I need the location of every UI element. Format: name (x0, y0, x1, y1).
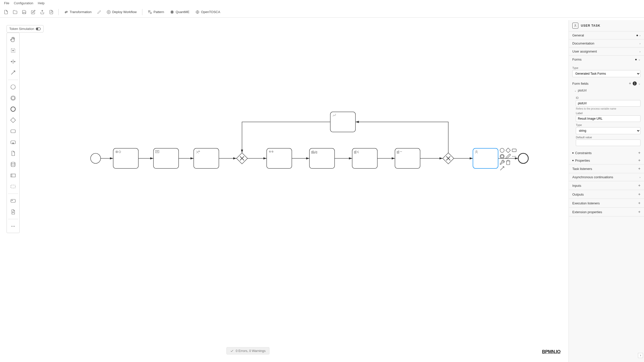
deploy-workflow-button[interactable]: Deploy Workflow (105, 9, 139, 15)
add-constraint[interactable]: + (638, 151, 640, 155)
properties-panel: USER TASK General › Documentation › User… (569, 20, 644, 362)
new-file-button[interactable] (3, 9, 10, 16)
context-pad (499, 148, 517, 171)
group-general[interactable]: General › (569, 31, 644, 39)
bpmn-logo[interactable]: BPMN.IO (542, 349, 560, 354)
upload-button[interactable] (39, 9, 46, 16)
svg-point-71 (501, 155, 504, 158)
status-bar[interactable]: 0 Errors, 0 Warnings (226, 347, 269, 354)
open-file-button[interactable] (12, 9, 19, 16)
panel-collapse-handle[interactable] (638, 353, 643, 358)
exec-listeners-label: Execution listeners (572, 201, 600, 205)
group-ext-props[interactable]: Extension properties + (569, 208, 644, 216)
forms-type-select[interactable]: Generated Task Forms (572, 70, 640, 77)
toolbar-separator (58, 9, 59, 15)
task-2[interactable] (153, 148, 179, 168)
group-user-assignment[interactable]: User assignment › (569, 48, 644, 56)
append-task[interactable] (511, 148, 517, 153)
append-gateway[interactable] (505, 148, 511, 153)
async-label: Asynchronous continuations (572, 175, 613, 179)
user-task-icon (572, 23, 578, 29)
id-input[interactable] (576, 100, 640, 107)
add-exec-listener[interactable]: + (638, 201, 640, 205)
default-input[interactable] (576, 140, 640, 146)
export-button[interactable] (48, 9, 55, 16)
transformation-config-button[interactable] (96, 9, 103, 16)
task-listeners-label: Task listeners (572, 167, 592, 171)
transformation-label: Transformation (70, 10, 92, 14)
group-outputs[interactable]: Outputs + (569, 190, 644, 199)
opentosca-button[interactable]: OpenTOSCA (193, 9, 222, 15)
form-field-item[interactable]: ⌄ plotUrl (569, 88, 644, 93)
field-props-label: Properties (575, 159, 590, 162)
menu-help[interactable]: Help (36, 0, 47, 6)
add-form-field[interactable]: + (629, 81, 631, 86)
pattern-label: Pattern (153, 10, 164, 14)
svg-point-76 (575, 24, 576, 26)
task-1[interactable] (113, 148, 138, 168)
toolbar: Transformation Deploy Workflow Pattern Q… (0, 7, 644, 18)
delete[interactable] (505, 160, 511, 165)
append-event[interactable] (499, 148, 505, 153)
task-6[interactable] (352, 148, 377, 168)
connect[interactable] (499, 166, 505, 171)
svg-point-6 (172, 12, 173, 12)
id-hint: Refers to the process variable name (576, 107, 640, 110)
general-label: General (572, 33, 584, 37)
more-actions[interactable] (511, 154, 517, 159)
append-intermediate[interactable] (499, 154, 505, 159)
menu-configuration[interactable]: Configuration (12, 0, 35, 6)
group-exec-listeners[interactable]: Execution listeners + (569, 199, 644, 208)
opentosca-label: OpenTOSCA (201, 10, 220, 14)
add-task-listener[interactable]: + (638, 166, 640, 171)
task-4[interactable] (267, 148, 292, 168)
transformation-icon (64, 10, 68, 14)
inputs-label: Inputs (572, 184, 581, 188)
svg-point-72 (512, 156, 513, 157)
edit-button[interactable] (30, 9, 37, 16)
svg-rect-4 (148, 11, 150, 12)
quantme-button[interactable]: QuantME (168, 9, 191, 15)
add-property[interactable]: + (638, 158, 640, 163)
canvas[interactable] (0, 18, 569, 362)
forms-header[interactable]: Forms ⌄ (569, 56, 644, 63)
change-type[interactable] (499, 160, 505, 165)
task-5[interactable] (309, 148, 335, 168)
task-3[interactable] (194, 148, 219, 168)
pattern-button[interactable]: Pattern (146, 9, 166, 15)
label-input[interactable] (576, 115, 640, 122)
field-type-select[interactable]: string (576, 127, 640, 134)
group-task-listeners[interactable]: Task listeners + (569, 164, 644, 173)
loop-task[interactable] (330, 112, 355, 132)
start-event[interactable] (91, 153, 101, 163)
status-text: 0 Errors, 0 Warnings (236, 349, 266, 353)
properties-title: USER TASK (581, 24, 600, 27)
save-button[interactable] (21, 9, 28, 16)
add-output[interactable]: + (638, 192, 640, 197)
annotation[interactable] (505, 154, 511, 159)
form-fields-header[interactable]: Form fields + 1 ⌄ (569, 80, 644, 88)
svg-point-3 (108, 12, 109, 13)
task-7[interactable] (395, 148, 420, 168)
forms-label: Forms (572, 58, 582, 61)
indicator-dot (572, 152, 574, 154)
add-ext-prop[interactable]: + (638, 210, 640, 214)
toolbar-separator (142, 9, 142, 15)
quantme-icon (170, 10, 174, 14)
indicator-dot (635, 59, 637, 60)
svg-line-75 (500, 167, 504, 170)
add-input[interactable]: + (638, 183, 640, 188)
group-forms: Forms ⌄ Type Generated Task Forms Form f… (569, 56, 644, 164)
transformation-button[interactable]: Transformation (62, 9, 94, 15)
selected-user-task[interactable] (473, 148, 498, 168)
group-inputs[interactable]: Inputs + (569, 181, 644, 190)
end-event[interactable] (518, 153, 528, 163)
form-fields-count: 1 (633, 81, 637, 85)
constraints-section[interactable]: Constraints + (569, 149, 644, 157)
menu-file[interactable]: File (2, 0, 11, 6)
group-async[interactable]: Asynchronous continuations › (569, 173, 644, 181)
field-properties-section[interactable]: Properties + (569, 157, 644, 164)
id-label: ID (576, 96, 640, 99)
chevron-down-icon: ⌄ (638, 58, 640, 61)
group-documentation[interactable]: Documentation › (569, 39, 644, 48)
